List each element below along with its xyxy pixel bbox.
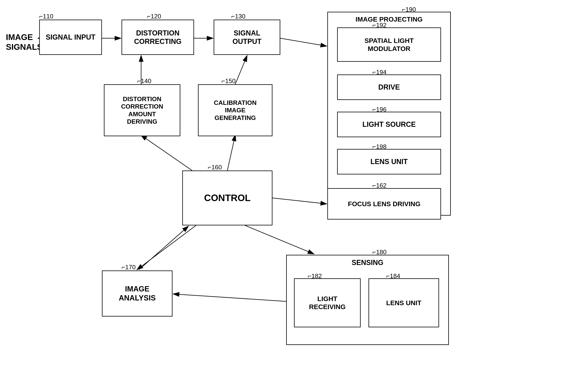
svg-line-8 [141, 135, 192, 170]
ref-140: ⌐140 [137, 77, 151, 85]
lens-unit-sense-block: LENS UNIT [369, 278, 439, 327]
ref-194: ⌐194 [372, 69, 387, 76]
signal-output-block: SIGNALOUTPUT [214, 20, 280, 55]
ref-130: ⌐130 [231, 13, 245, 20]
ref-162: ⌐162 [372, 182, 387, 189]
calibration-image-block: CALIBRATIONIMAGEGENERATING [198, 84, 272, 136]
focus-lens-driving-block: FOCUS LENS DRIVING [327, 188, 441, 220]
svg-line-7 [235, 56, 247, 84]
drive-block: DRIVE [337, 74, 441, 100]
ref-198: ⌐198 [372, 143, 387, 150]
distortion-correction-amount-block: DISTORTIONCORRECTIONAMOUNTDERIVING [104, 84, 180, 136]
ref-150: ⌐150 [222, 77, 236, 85]
svg-line-5 [280, 38, 326, 46]
ref-110: ⌐110 [39, 13, 53, 20]
svg-line-13 [139, 226, 188, 269]
svg-line-11 [245, 225, 314, 254]
svg-line-15 [173, 294, 293, 302]
ref-184: ⌐184 [386, 272, 400, 280]
ref-180: ⌐180 [372, 249, 387, 256]
light-receiving-block: LIGHTRECEIVING [294, 278, 361, 327]
ref-182: ⌐182 [308, 272, 322, 280]
ref-192: ⌐192 [372, 22, 387, 29]
svg-line-10 [272, 198, 326, 204]
ref-120: ⌐120 [147, 13, 161, 20]
svg-line-12 [137, 225, 196, 269]
ref-190: ⌐190 [402, 6, 416, 13]
control-block: CONTROL [182, 170, 272, 225]
image-signals-label: IMAGESIGNALS [6, 32, 42, 52]
light-source-block: LIGHT SOURCE [337, 112, 441, 137]
lens-unit-proj-block: LENS UNIT [337, 149, 441, 174]
distortion-correcting-block: DISTORTIONCORRECTING [122, 20, 194, 55]
svg-line-9 [227, 135, 235, 170]
ref-160: ⌐160 [208, 164, 222, 171]
ref-170: ⌐170 [122, 264, 136, 271]
image-analysis-block: IMAGEANALYSIS [102, 270, 172, 317]
ref-196: ⌐196 [372, 106, 387, 113]
spatial-light-modulator-block: SPATIAL LIGHTMODULATOR [337, 28, 441, 62]
signal-input-block: SIGNAL INPUT [39, 20, 102, 55]
